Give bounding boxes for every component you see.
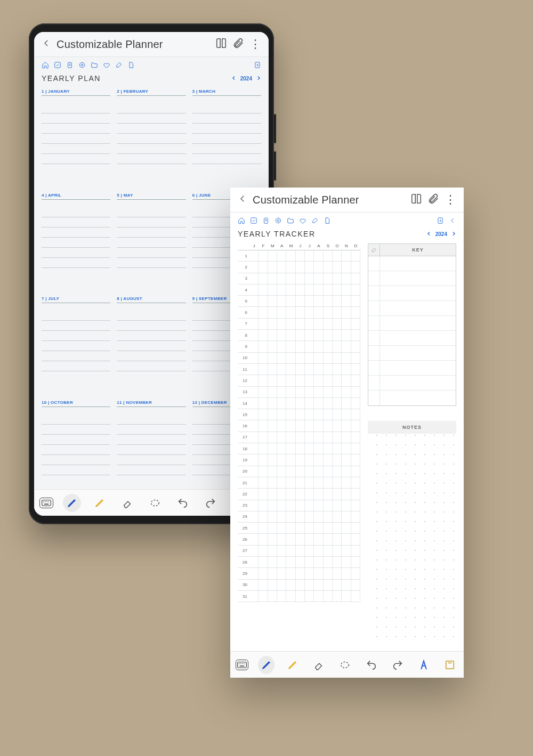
- tracker-cell[interactable]: [268, 273, 277, 284]
- tracker-cell[interactable]: [296, 284, 305, 295]
- tracker-cell[interactable]: [305, 511, 314, 522]
- tracker-cell[interactable]: [305, 454, 314, 465]
- tracker-cell[interactable]: [259, 546, 268, 556]
- tracker-cell[interactable]: [277, 466, 286, 477]
- tracker-cell[interactable]: [351, 477, 360, 488]
- tracker-cell[interactable]: [305, 489, 314, 499]
- tracker-cell[interactable]: [296, 319, 305, 329]
- tracker-cell[interactable]: [342, 489, 351, 499]
- pen-tool-icon[interactable]: [63, 494, 81, 512]
- tracker-cell[interactable]: [324, 557, 333, 567]
- tracker-cell[interactable]: [333, 284, 342, 295]
- clipboard-icon[interactable]: [66, 61, 74, 71]
- home-icon[interactable]: [42, 61, 49, 71]
- tracker-cell[interactable]: [286, 489, 295, 499]
- tracker-cell[interactable]: [333, 364, 342, 375]
- tracker-cell[interactable]: [324, 432, 333, 443]
- tracker-cell[interactable]: [277, 330, 286, 340]
- tracker-cell[interactable]: [324, 398, 333, 409]
- tracker-cell[interactable]: [296, 387, 305, 397]
- tracker-cell[interactable]: [314, 307, 323, 318]
- tracker-cell[interactable]: [277, 273, 286, 284]
- tracker-cell[interactable]: [268, 489, 277, 499]
- tracker-cell[interactable]: [277, 511, 286, 522]
- tracker-cell[interactable]: [342, 296, 351, 306]
- tracker-cell[interactable]: [342, 534, 351, 544]
- tracker-cell[interactable]: [305, 353, 314, 363]
- tracker-cell[interactable]: [305, 341, 314, 352]
- tracker-cell[interactable]: [249, 568, 259, 579]
- tracker-cell[interactable]: [296, 557, 305, 567]
- tracker-cell[interactable]: [277, 546, 286, 556]
- back-button[interactable]: [238, 194, 247, 206]
- tracker-cell[interactable]: [314, 591, 323, 601]
- tracker-cell[interactable]: [314, 296, 323, 306]
- tracker-cell[interactable]: [296, 420, 305, 431]
- tracker-cell[interactable]: [351, 557, 360, 567]
- tracker-cell[interactable]: [324, 534, 333, 544]
- tracker-cell[interactable]: [259, 523, 268, 533]
- key-row[interactable]: [368, 376, 456, 391]
- tracker-cell[interactable]: [296, 489, 305, 499]
- tracker-cell[interactable]: [277, 250, 286, 261]
- tracker-cell[interactable]: [259, 409, 268, 420]
- tracker-cell[interactable]: [259, 284, 268, 295]
- tracker-cell[interactable]: [333, 341, 342, 352]
- tracker-cell[interactable]: [324, 511, 333, 522]
- tracker-cell[interactable]: [351, 353, 360, 363]
- tracker-cell[interactable]: [277, 420, 286, 431]
- tracker-cell[interactable]: [268, 443, 277, 454]
- checkbox-icon[interactable]: [250, 217, 257, 226]
- tracker-cell[interactable]: [268, 511, 277, 522]
- tracker-cell[interactable]: [333, 443, 342, 454]
- tracker-cell[interactable]: [249, 375, 259, 386]
- tracker-cell[interactable]: [342, 591, 351, 601]
- tracker-cell[interactable]: [249, 546, 259, 556]
- tracker-cell[interactable]: [351, 568, 360, 579]
- tracker-cell[interactable]: [333, 500, 342, 511]
- tracker-cell[interactable]: [351, 375, 360, 386]
- tracker-cell[interactable]: [296, 398, 305, 409]
- tracker-cell[interactable]: [342, 398, 351, 409]
- tracker-cell[interactable]: [342, 284, 351, 295]
- key-row[interactable]: [368, 346, 456, 361]
- tracker-cell[interactable]: [296, 523, 305, 533]
- tracker-cell[interactable]: [305, 580, 314, 590]
- tracker-cell[interactable]: [342, 523, 351, 533]
- tracker-cell[interactable]: [351, 307, 360, 318]
- tracker-cell[interactable]: [333, 307, 342, 318]
- tracker-cell[interactable]: [277, 580, 286, 590]
- tracker-cell[interactable]: [305, 409, 314, 420]
- keyboard-icon[interactable]: [39, 498, 53, 508]
- tracker-cell[interactable]: [268, 398, 277, 409]
- tracker-cell[interactable]: [296, 477, 305, 488]
- tracker-cell[interactable]: [305, 500, 314, 511]
- tracker-cell[interactable]: [259, 557, 268, 567]
- year-label[interactable]: 2024: [435, 231, 447, 237]
- lasso-tool-icon[interactable]: [146, 494, 164, 512]
- tracker-cell[interactable]: [249, 489, 259, 499]
- lasso-tool-icon[interactable]: [337, 656, 353, 674]
- key-row[interactable]: [368, 301, 456, 316]
- tracker-cell[interactable]: [286, 307, 295, 318]
- tracker-cell[interactable]: [296, 296, 305, 306]
- tracker-cell[interactable]: [305, 398, 314, 409]
- tracker-cell[interactable]: [351, 523, 360, 533]
- tracker-cell[interactable]: [259, 489, 268, 499]
- tracker-cell[interactable]: [249, 477, 259, 488]
- tracker-cell[interactable]: [249, 319, 259, 329]
- tracker-cell[interactable]: [286, 420, 295, 431]
- tracker-cell[interactable]: [314, 466, 323, 477]
- tracker-cell[interactable]: [259, 591, 268, 601]
- tracker-cell[interactable]: [259, 364, 268, 375]
- tracker-cell[interactable]: [351, 511, 360, 522]
- tracker-cell[interactable]: [249, 364, 259, 375]
- tracker-cell[interactable]: [333, 432, 342, 443]
- key-row[interactable]: [368, 391, 456, 405]
- key-row[interactable]: [368, 271, 456, 286]
- tracker-cell[interactable]: [268, 568, 277, 579]
- tracker-cell[interactable]: [259, 387, 268, 397]
- tracker-cell[interactable]: [268, 330, 277, 340]
- tracker-cell[interactable]: [259, 375, 268, 386]
- tracker-cell[interactable]: [259, 454, 268, 465]
